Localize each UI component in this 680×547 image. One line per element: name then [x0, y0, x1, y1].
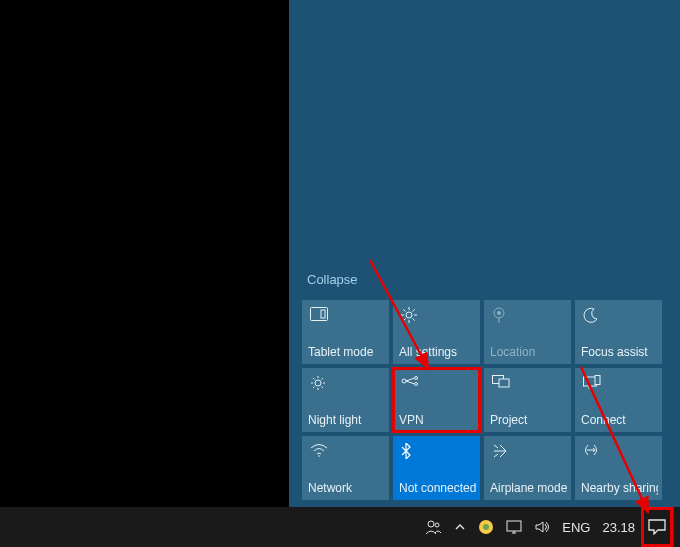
svg-line-22: [313, 387, 315, 389]
collapse-button[interactable]: Collapse: [307, 272, 358, 287]
project-icon: [492, 375, 510, 393]
tile-location[interactable]: Location: [484, 300, 571, 364]
svg-rect-39: [507, 521, 521, 531]
tile-airplane-mode[interactable]: Airplane mode: [484, 436, 571, 500]
tile-label: Project: [490, 413, 567, 427]
svg-point-14: [315, 380, 321, 386]
nearby-sharing-icon: [583, 443, 601, 461]
svg-point-12: [497, 311, 501, 315]
svg-line-8: [413, 319, 415, 321]
network-tray-icon[interactable]: [500, 507, 528, 547]
system-tray: ENG 23.18: [418, 507, 680, 547]
svg-line-26: [406, 378, 415, 381]
svg-line-19: [313, 378, 315, 380]
tile-bluetooth[interactable]: Not connected: [393, 436, 480, 500]
svg-point-36: [435, 523, 439, 527]
tile-nearby-sharing[interactable]: Nearby sharing: [575, 436, 662, 500]
tile-label: Airplane mode: [490, 481, 567, 495]
input-language-indicator[interactable]: ENG: [556, 507, 596, 547]
tile-label: Location: [490, 345, 567, 359]
tablet-mode-icon: [310, 307, 328, 325]
tile-label: Network: [308, 481, 385, 495]
tray-overflow-chevron-icon[interactable]: [448, 507, 472, 547]
sun-icon: [310, 375, 328, 393]
tile-focus-assist[interactable]: Focus assist: [575, 300, 662, 364]
location-icon: [492, 307, 510, 325]
tile-label: Focus assist: [581, 345, 658, 359]
people-icon[interactable]: [418, 507, 448, 547]
tile-label: Tablet mode: [308, 345, 385, 359]
svg-point-25: [415, 383, 418, 386]
tile-label: Connect: [581, 413, 658, 427]
tile-all-settings[interactable]: All settings: [393, 300, 480, 364]
tray-app-icon[interactable]: [472, 507, 500, 547]
gear-icon: [401, 307, 419, 325]
tile-tablet-mode[interactable]: Tablet mode: [302, 300, 389, 364]
svg-rect-29: [499, 379, 509, 387]
tile-label: VPN: [399, 413, 476, 427]
action-center-panel: Collapse Tablet mode All settings Locati…: [289, 0, 680, 507]
svg-line-9: [413, 309, 415, 311]
svg-point-38: [483, 524, 489, 530]
svg-rect-31: [595, 376, 600, 385]
tile-label: Not connected: [399, 481, 476, 495]
moon-icon: [583, 307, 601, 325]
tile-label: Nearby sharing: [581, 481, 658, 495]
svg-point-23: [402, 379, 406, 383]
show-desktop-button[interactable]: [673, 507, 680, 547]
svg-line-10: [403, 319, 405, 321]
svg-line-21: [322, 378, 324, 380]
action-center-tray-icon[interactable]: [641, 507, 673, 547]
clock[interactable]: 23.18: [596, 507, 641, 547]
svg-point-24: [415, 377, 418, 380]
vpn-icon: [401, 375, 419, 393]
tile-project[interactable]: Project: [484, 368, 571, 432]
taskbar: ENG 23.18: [0, 507, 680, 547]
svg-line-20: [322, 387, 324, 389]
tile-label: Night light: [308, 413, 385, 427]
tile-night-light[interactable]: Night light: [302, 368, 389, 432]
airplane-icon: [492, 443, 510, 461]
tile-label: All settings: [399, 345, 476, 359]
svg-point-33: [318, 455, 320, 457]
svg-rect-1: [321, 310, 325, 318]
tile-connect[interactable]: Connect: [575, 368, 662, 432]
svg-line-27: [406, 381, 415, 384]
tile-network[interactable]: Network: [302, 436, 389, 500]
svg-point-2: [406, 312, 412, 318]
connect-icon: [583, 375, 601, 393]
svg-line-7: [403, 309, 405, 311]
bluetooth-icon: [401, 443, 419, 461]
volume-icon[interactable]: [528, 507, 556, 547]
wifi-icon: [310, 443, 328, 461]
svg-point-35: [428, 521, 434, 527]
tile-vpn[interactable]: VPN: [393, 368, 480, 432]
quick-actions-grid: Tablet mode All settings Location Focus …: [302, 300, 662, 500]
